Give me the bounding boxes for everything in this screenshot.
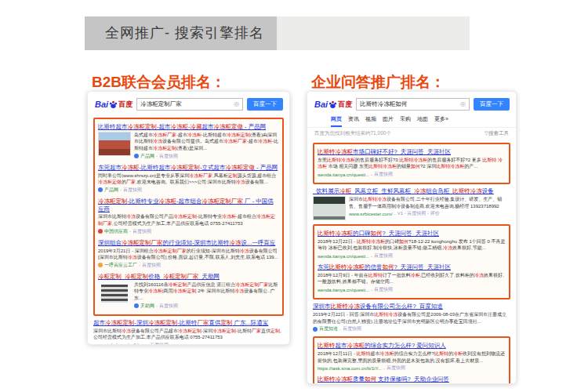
serp-tab-0[interactable]: 网页: [331, 115, 342, 127]
result-source-line: wenda.tianya.cn/questi... - 百度快照: [318, 286, 506, 293]
result-description: 深圳市比斯特冷冻设备有限公司产品冷冻柜定制-比斯特专业冷冻柜-超市组合冷冻柜定制…: [98, 213, 279, 227]
site-icon: [134, 303, 139, 308]
baidu-cache-link[interactable]: 百度快照: [374, 252, 393, 260]
serp-tab-5[interactable]: 地图: [417, 115, 428, 127]
result-main: 2018年12月9日 - 年前在比斯特订了一批饮料冷柜,已经收到好久了,饮料柜的…: [318, 272, 506, 293]
search-result: 比斯特超市冷冻柜定制-超市冷冻柜-冷藏超市冷冻柜定做 - 产品网 岛式超市冷冻柜…: [98, 123, 279, 160]
left-results-list: 比斯特超市冷冻柜定制-超市冷冻柜-冷藏超市冷冻柜定做 - 产品网 岛式超市冷冻柜…: [88, 114, 289, 345]
result-title-link[interactable]: 比斯特冷冻柜市场口碑好不好?_天涯问答_天涯社区: [318, 148, 506, 156]
result-source-line: 天助网 - 百度快照: [134, 303, 279, 310]
search-result: 比斯特冷冻柜的口碑如何?_天涯问答_天涯社区 2018年12月22日 - 比斯特…: [318, 230, 506, 260]
search-input[interactable]: 比斯特冷冻柜如何 ◎: [356, 98, 470, 111]
search-result: 冷冻柜定制-比斯特专业冷冻柜-超市组合冷冻柜定制厂家 厂 - 中国供应商 深圳市…: [98, 198, 279, 235]
result-source: wenda.tianya.cn/questi...: [318, 288, 369, 292]
camera-icon[interactable]: ◎: [460, 101, 466, 107]
result-body: 深圳市比斯特冷冻设备有限公司,二十年行业经验,集设计、研发、生产、销售、售服于一…: [313, 196, 510, 220]
result-description: 共找到160116条冷柜定制产品供应信息 湛江组合冷冻柜定制厂家比斯特专业冷冻柜…: [134, 281, 279, 302]
result-title-link[interactable]: 超市冷冻柜定制-深圳冷冻柜定制-比斯特厂家直供定制 广东...际通宝: [93, 319, 284, 327]
result-source: wenda.tianya.cn/questi...: [318, 254, 369, 259]
baidu-cache-link[interactable]: 百度快照: [343, 325, 361, 332]
result-source: https://iask.sina.com.cn/b/1iY...: [318, 366, 382, 371]
right-serp-screenshot: Bai 百度 比斯特冷冻柜如何 ◎ 百度一下 网页资讯视频图片采购地图更多» 百…: [307, 91, 517, 384]
source-separator: -: [156, 303, 158, 308]
result-source-line: 产品网 - 百度快照: [98, 187, 279, 194]
camera-icon[interactable]: ◎: [234, 101, 239, 107]
site-icon: [134, 154, 139, 158]
baidu-cache-link[interactable]: 百度快照: [123, 187, 142, 194]
result-body: 2019年3月21日 - 深圳组合冷冻柜定制厂家的行业须知-深圳市比斯特冷冻设备…: [98, 248, 279, 269]
baidu-cache-link[interactable]: 百度快照: [374, 286, 393, 293]
left-serp-screenshot: Bai 百度 冷冻柜定制厂家 ◎ 百度一下 比斯特超市冷冻柜定制-超市冷冻柜-冷…: [87, 91, 290, 345]
source-separator: -: [383, 366, 385, 371]
serp-tab-3[interactable]: 图片: [383, 115, 394, 127]
result-source-line: 中国供应商 - 百度快照: [98, 228, 279, 235]
highlight-box: 比斯特超市冷冻柜定制-超市冷冻柜-冷藏超市冷冻柜定做 - 产品网 岛式超市冷冻柜…: [93, 118, 284, 316]
result-title-link[interactable]: 深圳市比斯特冷冻设备有限公司怎么样?_百度知道: [313, 303, 510, 310]
source-separator: -: [139, 263, 140, 267]
baidu-cache-link[interactable]: 百度快照: [159, 303, 178, 310]
header-accent-bar: [277, 16, 470, 50]
serp-tab-1[interactable]: 资讯: [348, 115, 359, 127]
result-title-link[interactable]: 冷柜定制_冷柜定制价格_冷柜定制厂家_天助网: [98, 273, 279, 281]
result-title-link[interactable]: 比斯特冷冻柜的口碑如何?_天涯问答_天涯社区: [318, 230, 506, 238]
result-main: 2019年2月22日 - 回答:深圳市比斯特冷冻设备有限公司是2009-08-0…: [313, 311, 510, 332]
right-results-list: 比斯特冷冻柜市场口碑好不好?_天涯问答_天涯社区 东莞比斯特冷冻柜的售后服务好不…: [307, 139, 516, 384]
slide: 全网推广- 搜索引擎排名 B2B联合会员排名： 企业问答推广排名： Bai 百度…: [0, 0, 588, 392]
site-icon: [98, 229, 103, 234]
search-result: 超市冷冻柜定制-深圳冷冻柜定制-比斯特厂家直供定制 广东...际通宝 深圳市比斯…: [93, 319, 284, 345]
result-main: 2018年12月22日 - 比斯特冷冻柜的口碑如何?18-12-22 kongh…: [318, 238, 506, 260]
result-body: 东莞比斯特冷冻柜的售后服务好不好?3 比斯特冷冻柜的售后服务好不好?2 更多 比…: [318, 157, 506, 178]
search-result: _饮料展示冷柜_风幕立柜_生鲜风幕柜_冷冻组合岛柜_比斯特冷冻设备 深圳市比斯特…: [313, 187, 510, 220]
result-title-link[interactable]: 比斯特超市冷冻柜的综合实力怎么样? 爱问知识人: [318, 342, 506, 350]
search-tools[interactable]: ▽搜索工具: [485, 130, 509, 137]
baidu-cache-link[interactable]: 百度快照: [132, 228, 151, 235]
result-title-link[interactable]: 深圳组合冷冻柜定制厂家的行业须知-深圳市比斯特冷冻设...一呼百应: [98, 239, 279, 247]
serp-tab-6[interactable]: 更多»: [434, 115, 448, 127]
result-title-link[interactable]: 东莞比斯特冷冻柜的信誉如何?_天涯问答_天涯社区: [318, 263, 506, 271]
baidu-search-button[interactable]: 百度一下: [247, 98, 283, 111]
source-separator: -: [129, 229, 131, 234]
baidu-cache-link[interactable]: 百度快照: [159, 153, 178, 160]
result-body: 2018年12月22日 - 比斯特冷冻柜的口碑如何?18-12-22 kongh…: [318, 238, 506, 260]
baidu-cache-link[interactable]: 百度快照: [142, 262, 161, 269]
baidu-cache-link[interactable]: 百度快照: [150, 342, 169, 345]
result-body: 岛式超市冷冻柜厂家-超市冷冻柜-比斯特超市冷冻柜定制(查看)由深圳市比斯特冷冻设…: [98, 132, 279, 160]
highlight-box: 比斯特超市冷冻柜的综合实力怎么样? 爱问知识人 2018年12月11日 - 比斯…: [313, 336, 510, 384]
search-input[interactable]: 冷冻柜定制厂家 ◎: [136, 98, 243, 111]
result-source: www.szbicester.com/: [349, 212, 393, 216]
serp-tab-4[interactable]: 采购: [400, 115, 411, 127]
result-title-link[interactable]: 比斯特冷冻柜质量如何 支持保修吗?_天助企业问答: [318, 376, 506, 383]
result-source: 产品网: [104, 187, 118, 194]
baidu-cache-link[interactable]: V1 - 百度快照 - 评价: [397, 210, 440, 217]
result-thumbnail[interactable]: [98, 132, 131, 156]
result-body: 2018年12月9日 - 年前在比斯特订了一批饮料冷柜,已经收到好久了,饮料柜的…: [318, 272, 506, 293]
result-source-line: 百度知道 - 百度快照: [313, 325, 510, 332]
highlight-box: 比斯特冷冻柜的口碑如何?_天涯问答_天涯社区 2018年12月22日 - 比斯特…: [313, 224, 510, 299]
result-title-link[interactable]: _饮料展示冷柜_风幕立柜_生鲜风幕柜_冷冻组合岛柜_比斯特冷冻设备: [313, 187, 510, 195]
result-body: 同时率公司(www.shrszp.cn)是专业从事深圳冷冻柜厂家,风幕柜定制源头…: [98, 172, 279, 194]
results-meta-row: 百度为您找到相关结果约71,000个 ▽搜索工具: [307, 128, 516, 139]
result-thumbnail[interactable]: [313, 196, 346, 220]
result-body: 2018年12月11日 - 比斯特超市冷冻柜的综合实力怎么样?比斯特的冷柜收到没…: [318, 350, 506, 372]
search-result: 冷柜定制_冷柜定制价格_冷柜定制厂家_天助网 共找到160116条冷柜定制产品供…: [98, 273, 279, 310]
baidu-logo: Bai 百度: [95, 100, 132, 110]
right-section-title: 企业问答推广排名：: [311, 72, 445, 93]
result-title-link[interactable]: 冷冻柜定制-比斯特专业冷冻柜-超市组合冷冻柜定制厂家 厂 - 中国供应商: [98, 198, 279, 213]
result-title-link[interactable]: 比斯特超市冷冻柜定制-超市冷冻柜-冷藏超市冷冻柜定做 - 产品网: [98, 123, 279, 131]
baidu-cache-link[interactable]: 百度快照: [387, 365, 405, 372]
result-description: 2018年12月22日 - 比斯特冷冻柜的口碑如何?18-12-22 kongh…: [318, 238, 506, 252]
baidu-search-button[interactable]: 百度一下: [474, 98, 510, 111]
baidu-logo-cn: 百度: [118, 100, 132, 110]
result-source: 中国供应商: [104, 228, 128, 235]
page-title: 全网推广- 搜索引擎排名: [85, 16, 277, 50]
result-main: 同时率公司(www.shrszp.cn)是专业从事深圳冷冻柜厂家,风幕柜定制源头…: [98, 172, 279, 194]
site-icon: [313, 327, 318, 332]
result-body: 共找到160116条冷柜定制产品供应信息 湛江组合冷冻柜定制厂家比斯特专业冷冻柜…: [98, 281, 279, 310]
serp-tab-2[interactable]: 视频: [365, 115, 376, 127]
result-thumbnail[interactable]: [98, 281, 131, 306]
baidu-cache-link[interactable]: 百度快照: [374, 171, 393, 178]
baidu-logo-text: Bai: [314, 100, 328, 109]
highlight-box: 比斯特冷冻柜市场口碑好不好?_天涯问答_天涯社区 东莞比斯特冷冻柜的售后服务好不…: [313, 143, 510, 184]
result-source: www.gtobal.com/sellde...: [93, 343, 145, 345]
result-title-link[interactable]: 东莞超市冷冻柜-比斯特超市冷冻柜定制-立式超市冷冻柜定做 - 产品网: [98, 164, 279, 172]
